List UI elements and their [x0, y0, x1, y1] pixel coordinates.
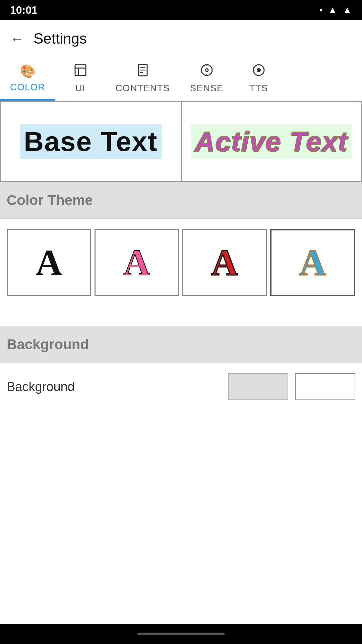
background-swatch-gray[interactable]: [228, 373, 288, 400]
ui-tab-icon: [74, 64, 87, 79]
background-title: Background: [7, 336, 89, 352]
color-theme-title: Color Theme: [7, 192, 93, 208]
theme-option-blue[interactable]: A: [270, 229, 355, 296]
background-section-header: Background: [0, 326, 362, 363]
theme-letter-pink: A: [123, 241, 150, 284]
color-theme-header: Color Theme: [0, 182, 362, 219]
tts-tab-icon: [252, 64, 265, 79]
page-title: Settings: [34, 30, 87, 47]
theme-option-black[interactable]: A: [7, 229, 91, 296]
theme-option-pink[interactable]: A: [95, 229, 179, 296]
color-tab-icon: 🎨: [20, 64, 36, 78]
tab-sense-label: SENSE: [190, 83, 224, 94]
theme-letter-black: A: [36, 241, 62, 284]
background-row: Background: [0, 363, 362, 410]
tab-contents[interactable]: CONTENTS: [106, 57, 180, 101]
home-indicator: [137, 633, 225, 635]
color-theme-row: A A A A: [0, 219, 362, 306]
bottom-bar: [0, 624, 362, 644]
app-bar: ← Settings: [0, 20, 362, 57]
status-icons: ▪ ▲ ▲: [319, 5, 352, 15]
status-bar: 10:01 ▪ ▲ ▲: [0, 0, 362, 20]
tab-bar: 🎨 COLOR UI CONTENTS: [0, 57, 362, 101]
tab-tts[interactable]: TTS: [234, 57, 284, 101]
background-label: Background: [7, 380, 221, 394]
base-text-sample: Base Text: [20, 124, 162, 159]
sim-icon: ▪: [319, 5, 323, 15]
back-button[interactable]: ←: [10, 32, 23, 45]
tab-color-label: COLOR: [10, 82, 45, 93]
wifi-icon: ▲: [328, 5, 338, 15]
theme-option-red[interactable]: A: [182, 229, 267, 296]
base-text-preview: Base Text: [0, 101, 181, 182]
tab-ui[interactable]: UI: [55, 57, 106, 101]
signal-icon: ▲: [343, 5, 352, 15]
svg-point-8: [205, 69, 208, 71]
status-time: 10:01: [10, 4, 38, 16]
tab-contents-label: CONTENTS: [116, 83, 170, 94]
svg-point-7: [201, 65, 212, 75]
tab-ui-label: UI: [75, 83, 85, 94]
tab-color[interactable]: 🎨 COLOR: [0, 57, 55, 101]
sense-tab-icon: [200, 64, 213, 79]
preview-section: Base Text Active Text: [0, 101, 362, 182]
theme-letter-red: A: [211, 241, 238, 284]
background-swatch-white[interactable]: [295, 373, 355, 400]
svg-point-12: [257, 68, 261, 72]
active-text-preview: Active Text: [181, 101, 362, 182]
tab-tts-label: TTS: [249, 83, 268, 94]
tab-sense[interactable]: SENSE: [180, 57, 234, 101]
active-text-sample: Active Text: [191, 124, 352, 159]
theme-letter-blue: A: [299, 241, 326, 284]
contents-tab-icon: [136, 64, 149, 79]
svg-rect-0: [75, 65, 86, 75]
